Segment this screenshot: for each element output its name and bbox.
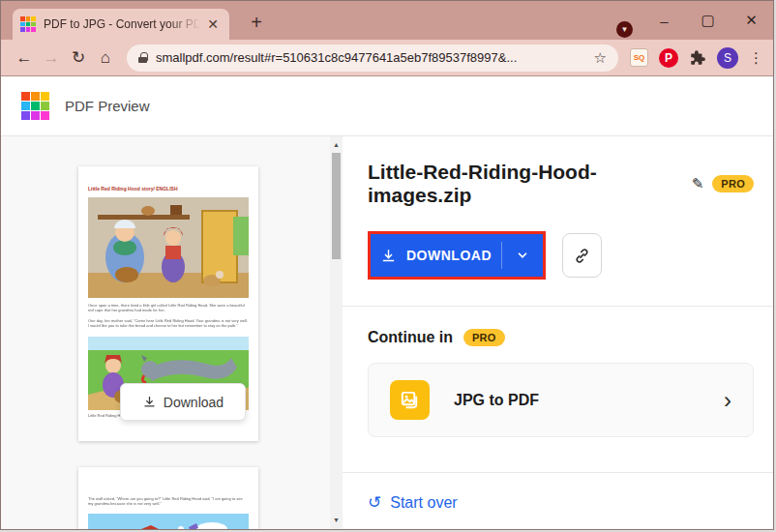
file-name: Little-Red-Riding-Hood-images.zip <box>368 161 683 207</box>
restart-icon: ↺ <box>368 492 381 513</box>
scrollbar-thumb[interactable] <box>332 153 341 259</box>
storybook-paragraph-1: Once upon a time, there lived a little g… <box>88 303 249 312</box>
start-over-label: Start over <box>390 494 457 512</box>
share-link-button[interactable] <box>562 233 602 278</box>
download-button-label: DOWNLOAD <box>406 248 492 263</box>
pdf-page-thumbnail-2[interactable]: The wolf asked, "Where are you going to?… <box>78 467 258 530</box>
chevron-right-icon: › <box>724 389 731 412</box>
jpg-to-pdf-card[interactable]: JPG to PDF › <box>368 363 754 437</box>
lock-icon <box>138 52 147 63</box>
extensions-row: SQ P S ⋮ <box>626 47 763 69</box>
link-icon <box>573 247 591 265</box>
download-options-caret[interactable] <box>502 234 543 277</box>
scrollbar-down-icon[interactable]: ▼ <box>330 514 343 526</box>
minimize-button[interactable]: – <box>642 1 686 40</box>
site-header: PDF Preview <box>1 76 773 136</box>
page-title: PDF Preview <box>65 98 150 114</box>
forward-icon[interactable]: → <box>38 44 65 72</box>
close-button[interactable]: ✕ <box>730 1 773 40</box>
extensions-puzzle-icon[interactable] <box>689 49 706 67</box>
back-icon[interactable]: ← <box>11 44 38 72</box>
browser-tab[interactable]: PDF to JPG - Convert your PDF ✕ <box>13 9 229 40</box>
scrollbar-up-icon[interactable]: ▲ <box>330 138 343 151</box>
bookmark-star-icon[interactable]: ☆ <box>594 49 607 67</box>
browser-menu-icon[interactable]: ⋮ <box>749 53 763 63</box>
action-panel: Little-Red-Riding-Hood-images.zip ✎ PRO … <box>343 136 773 530</box>
tab-close-icon[interactable]: ✕ <box>204 16 222 32</box>
storybook-paragraph-2: One day, her mother said, "Come here Lit… <box>88 318 249 328</box>
browser-toolbar: ← → ↻ ⌂ smallpdf.com/result#r=510631c8c9… <box>1 40 773 76</box>
thumbnail-download-label: Download <box>164 395 224 410</box>
download-button-main[interactable]: DOWNLOAD <box>371 234 501 277</box>
download-split-button[interactable]: DOWNLOAD <box>371 234 543 277</box>
preview-scrollbar[interactable]: ▲ ▼ <box>330 136 343 530</box>
url-text[interactable]: smallpdf.com/result#r=510631c8c9477641a5… <box>156 50 586 65</box>
actions-row: DOWNLOAD <box>368 231 754 280</box>
window-controls: – ▢ ✕ <box>642 1 773 40</box>
storybook-title: Little Red Riding Hood story/ ENGLISH <box>88 186 249 192</box>
address-bar[interactable]: smallpdf.com/result#r=510631c8c9477641a5… <box>127 44 618 72</box>
media-control-button[interactable]: ▼ <box>616 21 633 38</box>
continue-label: Continue in <box>368 329 453 346</box>
sq-extension-icon[interactable]: SQ <box>630 48 648 67</box>
jpg-to-pdf-label: JPG to PDF <box>454 392 724 409</box>
reload-icon[interactable]: ↻ <box>65 44 92 72</box>
download-button-highlight: DOWNLOAD <box>368 231 546 280</box>
tab-title: PDF to JPG - Convert your PDF <box>44 17 200 31</box>
continue-row: Continue in PRO <box>368 329 754 346</box>
thumbnail-download-button[interactable]: Download <box>120 383 246 421</box>
maximize-button[interactable]: ▢ <box>686 1 730 40</box>
preview-panel: Little Red Riding Hood story/ ENGLISH <box>1 136 343 530</box>
pro-badge: PRO <box>712 175 754 192</box>
smallpdf-logo[interactable] <box>21 92 49 120</box>
download-icon <box>142 395 157 409</box>
storybook-illustration-flowers <box>88 514 249 530</box>
main-content: Little Red Riding Hood story/ ENGLISH <box>1 136 773 530</box>
storybook-page2-paragraph: The wolf asked, "Where are you going to?… <box>88 496 249 506</box>
profile-avatar[interactable]: S <box>717 47 738 69</box>
chevron-down-icon <box>516 249 529 262</box>
pinterest-extension-icon[interactable]: P <box>659 48 678 68</box>
jpg-to-pdf-icon <box>390 380 430 420</box>
pro-badge: PRO <box>463 329 505 346</box>
edit-filename-icon[interactable]: ✎ <box>692 175 704 192</box>
file-title-row: Little-Red-Riding-Hood-images.zip ✎ PRO <box>368 161 754 207</box>
browser-titlebar: PDF to JPG - Convert your PDF ✕ + ▼ – ▢ … <box>1 1 773 40</box>
start-over-link[interactable]: ↺ Start over <box>368 492 754 513</box>
storybook-illustration-kitchen <box>88 197 249 298</box>
section-divider <box>343 306 773 307</box>
home-icon[interactable]: ⌂ <box>92 44 119 72</box>
section-divider <box>343 472 773 473</box>
download-icon <box>380 248 397 264</box>
smallpdf-favicon <box>20 16 36 32</box>
new-tab-button[interactable]: + <box>243 10 270 37</box>
browser-window: PDF to JPG - Convert your PDF ✕ + ▼ – ▢ … <box>0 0 774 530</box>
